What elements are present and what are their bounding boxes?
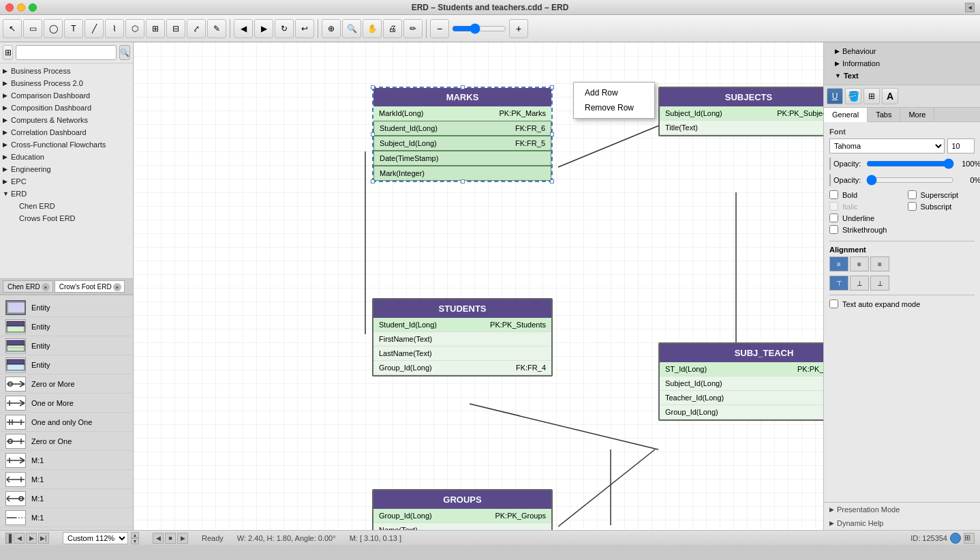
- sidebar-item-crows-foot-erd[interactable]: Crows Foot ERD: [0, 212, 133, 224]
- tab-general[interactable]: General: [824, 108, 868, 122]
- bold-checkbox[interactable]: [829, 190, 838, 199]
- polygon-tool[interactable]: ⬡: [125, 19, 144, 38]
- minimize-button[interactable]: [17, 3, 25, 12]
- nav-undo[interactable]: ↩: [295, 19, 314, 38]
- nav-refresh[interactable]: ↻: [275, 19, 294, 38]
- table-row[interactable]: Teacher_Id(Long) FK:FR_2: [660, 391, 823, 405]
- tab-crows-foot-erd[interactable]: Crow's Foot ERD ×: [55, 280, 125, 293]
- strikethrough-checkbox[interactable]: [829, 225, 838, 234]
- zoom-select[interactable]: Custom 112% 100% 75% 150%: [63, 532, 128, 544]
- status-resize-btn[interactable]: ⊞: [964, 533, 975, 544]
- sidebar-item-epc[interactable]: ▶ EPC: [0, 175, 133, 188]
- resize-handle-br[interactable]: [550, 179, 554, 183]
- resize-handle-bc[interactable]: [461, 179, 465, 183]
- resize-handle-tr[interactable]: [550, 85, 554, 89]
- sidebar-search-input[interactable]: [16, 45, 117, 60]
- zoom-in[interactable]: 🔍: [342, 19, 361, 38]
- table-row[interactable]: Subject_Id(Long) PK:PK_Subjects: [660, 106, 823, 121]
- connection-tool[interactable]: ⤤: [187, 19, 206, 38]
- zoom-down-arrow[interactable]: ▼: [131, 538, 139, 544]
- table-row[interactable]: Subject_Id(Long) FK:FR_5: [373, 136, 551, 151]
- sidebar-item-comparison[interactable]: ▶ Comparison Dashboard: [0, 89, 133, 102]
- align-center-btn[interactable]: ≡: [850, 256, 869, 271]
- scroll-left-btn[interactable]: ◀: [153, 533, 164, 544]
- table-row[interactable]: Student_Id(Long) FK:FR_6: [373, 121, 551, 136]
- tab-tabs[interactable]: Tabs: [868, 108, 900, 121]
- rectangle-tool[interactable]: ▭: [23, 19, 42, 38]
- polyline-tool[interactable]: ⌇: [105, 19, 124, 38]
- ellipse-tool[interactable]: ◯: [44, 19, 63, 38]
- rp-underline-btn[interactable]: U: [827, 88, 843, 104]
- palette-entity-4[interactable]: Entity: [0, 355, 133, 374]
- note-tool[interactable]: ✎: [207, 19, 226, 38]
- table-row[interactable]: Student_Id(Long) PK:PK_Students: [373, 318, 551, 332]
- pencil-tool[interactable]: ✏: [403, 19, 423, 38]
- table-groups[interactable]: GROUPS Group_Id(Long) PK:PK_Groups Name(…: [372, 489, 553, 530]
- sidebar-item-education[interactable]: ▶ Education: [0, 151, 133, 163]
- tab-more[interactable]: More: [900, 108, 934, 121]
- table-subjects[interactable]: SUBJECTS Subject_Id(Long) PK:PK_Subjects…: [658, 87, 823, 136]
- zoom-slider[interactable]: [452, 23, 506, 34]
- font-size-input[interactable]: [947, 138, 975, 153]
- sidebar-item-erd[interactable]: ▼ ERD: [0, 188, 133, 200]
- canvas-area[interactable]: Add Row Remove Row MARKS MarkId(Long) PK…: [134, 42, 823, 530]
- align-left-btn[interactable]: ≡: [829, 256, 848, 271]
- zoom-out-btn[interactable]: −: [430, 19, 449, 38]
- opacity-slider-2[interactable]: [866, 175, 954, 185]
- palette-zero-one[interactable]: Zero or One: [0, 432, 133, 451]
- status-prev-btn[interactable]: ◀: [14, 533, 25, 544]
- nav-back[interactable]: ◀: [234, 19, 253, 38]
- nav-forward[interactable]: ▶: [254, 19, 273, 38]
- hand-tool[interactable]: ✋: [363, 19, 382, 38]
- sidebar-search-button[interactable]: 🔍: [119, 45, 130, 60]
- auto-expand-checkbox[interactable]: [829, 299, 838, 308]
- rp-paint-btn[interactable]: 🪣: [845, 88, 861, 104]
- page-nav-icon[interactable]: ▐: [5, 533, 12, 544]
- align-right-btn[interactable]: ≡: [870, 256, 889, 271]
- sidebar-item-engineering[interactable]: ▶ Engineering: [0, 163, 133, 175]
- resize-handle-bl[interactable]: [371, 179, 375, 183]
- palette-entity-3[interactable]: Entity: [0, 336, 133, 355]
- zoom-select[interactable]: ⊕: [322, 19, 341, 38]
- palette-entity-1[interactable]: Entity: [0, 298, 133, 317]
- font-family-select[interactable]: Tahoma Arial Times New Roman: [829, 138, 945, 153]
- table-students[interactable]: STUDENTS Student_Id(Long) PK:PK_Students…: [372, 298, 553, 377]
- table-row[interactable]: Subject_Id(Long) FK:FR_3: [660, 377, 823, 391]
- presentation-mode-link[interactable]: ▶ Presentation Mode: [824, 503, 980, 516]
- table-row[interactable]: Name(Text): [373, 523, 551, 530]
- dynamic-help-link[interactable]: ▶ Dynamic Help: [824, 516, 980, 530]
- palette-one-only-one[interactable]: One and only One: [0, 413, 133, 432]
- sidebar-item-computers[interactable]: ▶ Computers & Networks: [0, 114, 133, 126]
- select-tool[interactable]: ↖: [3, 19, 22, 38]
- section-information[interactable]: ▶ Information: [829, 57, 975, 70]
- palette-m1-4[interactable]: M:1: [0, 508, 133, 527]
- table-row[interactable]: Group_Id(Long) FK:FR_4: [373, 361, 551, 375]
- sidebar-item-chen-erd[interactable]: Chen ERD: [0, 200, 133, 212]
- table-subj-teach[interactable]: SUBJ_TEACH ST_Id(Long) PK:PK_Subj_Teach …: [658, 342, 823, 421]
- table-row[interactable]: Group_Id(Long) FK:FR_1: [660, 405, 823, 419]
- underline-checkbox[interactable]: [829, 213, 838, 222]
- scroll-center-btn[interactable]: ■: [165, 533, 176, 544]
- text-tool[interactable]: T: [64, 19, 83, 38]
- table-row[interactable]: FirstName(Text): [373, 332, 551, 347]
- tab-close-crows-foot[interactable]: ×: [113, 283, 121, 291]
- sidebar-item-crossfunctional[interactable]: ▶ Cross-Functional Flowcharts: [0, 138, 133, 151]
- table-row[interactable]: Group_Id(Long) PK:PK_Groups: [373, 509, 551, 523]
- scroll-right-btn[interactable]: ▶: [177, 533, 188, 544]
- zoom-up-arrow[interactable]: ▲: [131, 532, 139, 538]
- sidebar-grid-btn[interactable]: ⊞: [3, 45, 13, 60]
- align-top-btn[interactable]: ⊤: [829, 276, 848, 291]
- context-menu-add-row[interactable]: Add Row: [574, 85, 654, 100]
- palette-m1-1[interactable]: M:1: [0, 451, 133, 470]
- table-row[interactable]: Date(TimeStamp): [373, 151, 551, 166]
- table-row[interactable]: Title(Text): [660, 121, 823, 135]
- palette-m1-3[interactable]: M:1: [0, 489, 133, 508]
- palette-zero-more[interactable]: Zero or More: [0, 374, 133, 394]
- palette-m1-2[interactable]: M:1: [0, 470, 133, 489]
- resize-handle-ml[interactable]: [371, 132, 375, 136]
- table-row[interactable]: MarkId(Long) PK:PK_Marks: [373, 106, 551, 121]
- align-bottom-btn[interactable]: ⊥: [870, 276, 889, 291]
- table-row[interactable]: Mark(Integer): [373, 166, 551, 181]
- rp-text-btn[interactable]: A: [882, 88, 898, 104]
- opacity-slider-1[interactable]: [866, 159, 954, 168]
